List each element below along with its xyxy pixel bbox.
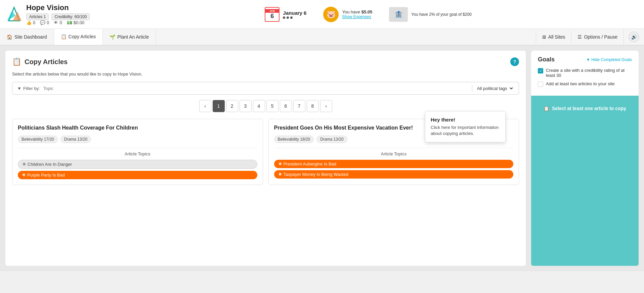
panel-icon: 📋 <box>12 57 21 66</box>
goals-title: Goals <box>538 56 555 63</box>
goal-checkbox-articles[interactable] <box>538 82 543 87</box>
help-button[interactable]: ? <box>510 57 519 66</box>
plant-icon: 🌱 <box>110 34 115 40</box>
show-expenses-link[interactable]: Show Expenses <box>342 14 372 19</box>
articles-badge: Articles 1 <box>26 13 49 20</box>
options-label: Options / Pause <box>584 34 617 40</box>
page-btn-3[interactable]: 3 <box>240 100 252 112</box>
page-btn-6[interactable]: 6 <box>280 100 292 112</box>
site-name: Hope Vision <box>26 3 90 12</box>
prev-page-btn[interactable]: ‹ <box>199 100 211 112</box>
calendar-block: JAN 6 January 6 <box>265 7 306 22</box>
copy-btn-label: Select at least one article to copy <box>552 106 626 111</box>
piggy-icon: 🐷 <box>323 7 339 22</box>
goals-section: Goals ▼ Hide Completed Goals ✓ Create a … <box>531 51 639 96</box>
copy-btn-icon: 📋 <box>544 106 549 111</box>
dot-3 <box>290 16 293 19</box>
goal-item-credibility: ✓ Create a site with a credibility ratin… <box>538 68 632 78</box>
date-info: January 6 <box>283 10 306 19</box>
options-pause-btn[interactable]: ☰ Options / Pause <box>571 31 624 43</box>
article-1-drama: Drama 13/20 <box>60 136 91 143</box>
header-badges: Articles 1 Credibility: 60/100 <box>26 13 90 20</box>
article-2-topics-label: Article Topics <box>274 151 514 156</box>
copy-icon-nav: 📋 <box>61 34 67 39</box>
page-btn-2[interactable]: 2 <box>226 100 238 112</box>
calendar-icon: JAN 6 <box>265 7 280 22</box>
nav-plant-label: Plant An Article <box>117 34 149 40</box>
calendar-dots <box>283 16 306 19</box>
topic-dot-2 <box>23 174 25 176</box>
topic-filter-input[interactable] <box>43 86 469 91</box>
filter-funnel-icon: ▼ <box>17 86 22 91</box>
nav-plant-article[interactable]: 🌱 Plant An Article <box>103 29 156 45</box>
nav-site-dashboard[interactable]: 🏠 Site Dashboard <box>0 29 54 45</box>
topic-tag-president: President Aubergine Is Bad <box>274 160 514 168</box>
hide-goals-btn[interactable]: ▼ Hide Completed Goals <box>586 57 632 62</box>
article-2-topics: President Aubergine Is Bad Taxpayer Mone… <box>274 160 514 179</box>
topic-dot-4 <box>279 173 282 176</box>
stats-row: 👍 0 💬 0 👁 0 💵 $0.00 <box>26 20 90 25</box>
nav-copy-label: Copy Articles <box>69 34 96 39</box>
filter-bar: ▼ Filter by: All political tags Liberal … <box>12 82 519 95</box>
page-btn-8[interactable]: 8 <box>307 100 319 112</box>
nav-dashboard-label: Site Dashboard <box>14 34 47 40</box>
cal-month: JAN <box>265 9 279 13</box>
page-btn-4[interactable]: 4 <box>253 100 265 112</box>
page-btn-1[interactable]: 1 <box>213 100 225 112</box>
all-sites-label: All Sites <box>548 34 565 40</box>
goals-panel: Goals ▼ Hide Completed Goals ✓ Create a … <box>531 51 639 266</box>
topic-tag-children: Children Are In Danger <box>18 160 257 169</box>
money-amount: $5.05 <box>361 9 373 14</box>
money-text: You have $5.05 <box>342 9 372 14</box>
filter-label: ▼ Filter by: <box>17 86 40 91</box>
article-2-believability: Believability 18/20 <box>274 136 314 143</box>
tooltip-title: Hey there! <box>431 117 500 123</box>
money-block: 🐷 You have $5.05 Show Expenses <box>323 7 372 22</box>
goal-label-articles: Add at least two articles to your site <box>546 81 614 86</box>
cal-day: 6 <box>270 13 274 20</box>
page-btn-5[interactable]: 5 <box>266 100 278 112</box>
goal-block: 🏦 You have 2% of your goal of $200 <box>389 7 472 22</box>
all-sites-btn[interactable]: ⊞ All Sites <box>536 31 571 43</box>
credibility-badge: Credibility: 60/100 <box>51 13 90 20</box>
topic-dot-1 <box>23 163 26 165</box>
goal-text-header: You have 2% of your goal of $200 <box>411 12 472 17</box>
dashboard-icon: 🏠 <box>7 34 12 40</box>
nav-right-area: ⊞ All Sites ☰ Options / Pause 🔊 <box>536 29 644 45</box>
article-1-believability: Believability 17/20 <box>18 136 58 143</box>
goal-checkbox-credibility[interactable]: ✓ <box>538 68 543 74</box>
filter-divider <box>472 85 472 92</box>
pagination: ‹ 1 2 3 4 5 6 7 8 › <box>12 100 519 112</box>
money-stat: 💵 $0.00 <box>67 20 85 25</box>
topic-tag-taxpayer: Taxpayer Money Is Being Wasted <box>274 170 514 179</box>
panel-subtitle: Select the articles below that you would… <box>12 71 519 77</box>
goal-image: 🏦 <box>389 7 408 22</box>
nav-bar: 🏠 Site Dashboard 📋 Copy Articles 🌱 Plant… <box>0 29 644 45</box>
article-1-divider <box>18 148 257 148</box>
goals-header: Goals ▼ Hide Completed Goals <box>538 56 632 63</box>
select-copy-button[interactable]: 📋 Select at least one article to copy <box>536 101 633 116</box>
volume-btn[interactable]: 🔊 <box>624 29 644 45</box>
views-stat: 👁 0 <box>54 20 62 25</box>
money-info: You have $5.05 Show Expenses <box>342 9 372 19</box>
next-page-btn[interactable]: › <box>320 100 332 112</box>
topic-tag-purple-party: Purple Party Is Bad <box>18 171 257 179</box>
likes-stat: 👍 0 <box>26 20 35 25</box>
panel-title: Copy Articles <box>25 58 68 66</box>
page-btn-7[interactable]: 7 <box>293 100 305 112</box>
article-2-divider <box>274 148 514 148</box>
article-card-1[interactable]: Politicians Slash Health Coverage For Ch… <box>12 119 263 185</box>
volume-circle: 🔊 <box>629 32 639 42</box>
goal-item-articles: Add at least two articles to your site <box>538 81 632 87</box>
header: Hope Vision Articles 1 Credibility: 60/1… <box>0 0 644 29</box>
logo-area: Hope Vision Articles 1 Credibility: 60/1… <box>5 3 90 25</box>
article-1-topics: Children Are In Danger Purple Party Is B… <box>18 160 257 179</box>
help-tooltip: Hey there! Click here for important info… <box>425 111 506 142</box>
topic-dot-3 <box>279 162 282 165</box>
site-info: Hope Vision Articles 1 Credibility: 60/1… <box>26 3 90 25</box>
nav-copy-articles[interactable]: 📋 Copy Articles <box>54 29 103 45</box>
political-tags-select[interactable]: All political tags Liberal Conservative … <box>476 86 514 91</box>
date-label: January 6 <box>283 10 306 16</box>
app-logo <box>5 6 23 23</box>
dot-2 <box>287 16 289 19</box>
